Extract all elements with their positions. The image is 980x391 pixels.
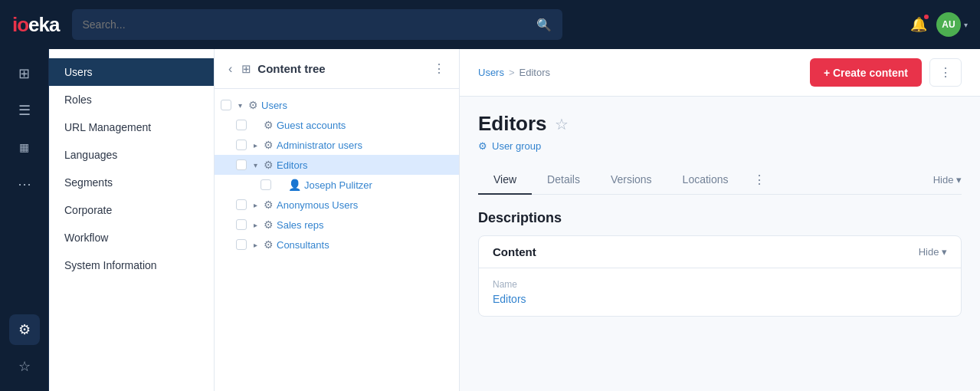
page-title: Editors — [478, 112, 547, 136]
tree-node-icon-admin: ⚙ — [264, 139, 274, 151]
tree-label-admin: Administrator users — [277, 140, 453, 151]
tree-label-editors: Editors — [277, 159, 453, 171]
tree-expand-users[interactable]: ▾ — [234, 101, 245, 110]
tab-view[interactable]: View — [478, 166, 532, 195]
tree-item-users[interactable]: ▾ ⚙ Users — [215, 95, 459, 115]
sidebar-icon-chart[interactable]: ▦ — [9, 132, 40, 163]
tree-item-consultants[interactable]: ▸ ⚙ Consultants — [215, 235, 459, 255]
avatar: AU — [936, 12, 961, 37]
more-actions-button[interactable]: ⋮ — [929, 58, 962, 87]
icon-sidebar: ⊞ ☰ ▦ ⋯ ⚙ ☆ — [0, 49, 49, 391]
sidebar-item-languages[interactable]: Languages — [49, 141, 214, 169]
tab-hide-button[interactable]: Hide ▾ — [933, 174, 962, 186]
tree-expand-admin[interactable]: ▸ — [250, 141, 261, 150]
tab-versions[interactable]: Versions — [595, 166, 667, 195]
tree-expand-editors[interactable]: ▾ — [250, 161, 261, 169]
tab-details[interactable]: Details — [532, 166, 595, 195]
page-title-row: Editors ☆ — [478, 112, 962, 136]
sidebar-item-corporate[interactable]: Corporate — [49, 196, 214, 224]
tree-item-sales-reps[interactable]: ▸ ⚙ Sales reps — [215, 215, 459, 235]
tree-item-admin-users[interactable]: ▸ ⚙ Administrator users — [215, 135, 459, 155]
search-bar: 🔍 — [72, 9, 562, 40]
sidebar-item-users[interactable]: Users — [49, 58, 214, 86]
tree-collapse-button[interactable]: ‹ — [225, 59, 235, 79]
tree-checkbox-users[interactable] — [221, 100, 231, 110]
tree-node-icon-editors: ⚙ — [264, 159, 274, 171]
name-field-value: Editors — [493, 293, 947, 305]
tree-expand-guest: ▸ — [250, 121, 261, 130]
main-layout: ⊞ ☰ ▦ ⋯ ⚙ ☆ Users Roles URL Management L… — [0, 49, 980, 391]
tab-more-button[interactable]: ⋮ — [747, 166, 772, 193]
tree-label-anonymous: Anonymous Users — [277, 199, 453, 211]
tree-checkbox-joseph[interactable] — [261, 179, 271, 190]
tree-item-joseph-pulitzer[interactable]: ▸ 👤 Joseph Pulitzer — [215, 175, 459, 195]
descriptions-title: Descriptions — [478, 210, 962, 226]
tree-label-guest: Guest accounts — [277, 120, 453, 131]
tabs: View Details Versions Locations ⋮ Hide ▾ — [478, 166, 962, 195]
sidebar-item-segments[interactable]: Segments — [49, 169, 214, 196]
page-subtitle: ⚙ User group — [478, 140, 962, 152]
sidebar-icon-star[interactable]: ☆ — [9, 351, 40, 382]
tree-checkbox-consultants[interactable] — [236, 239, 247, 250]
star-button[interactable]: ☆ — [555, 115, 569, 133]
sidebar-item-system-information[interactable]: System Information — [49, 251, 214, 279]
nav-sidebar: Users Roles URL Management Languages Seg… — [49, 49, 215, 391]
notification-badge — [923, 13, 930, 21]
name-field-label: Name — [493, 279, 947, 290]
description-card: Content Hide ▾ Name Editors — [478, 235, 962, 317]
tree-label-users: Users — [261, 100, 453, 111]
search-input[interactable] — [83, 18, 529, 31]
description-card-header: Content Hide ▾ — [479, 236, 961, 268]
content-topbar: Users > Editors + Create content ⋮ — [460, 49, 980, 97]
tree-item-guest-accounts[interactable]: ▸ ⚙ Guest accounts — [215, 115, 459, 135]
subtitle-icon: ⚙ — [478, 140, 487, 152]
tree-panel: ‹ ⊞ Content tree ⋮ ▾ ⚙ Users ▸ ⚙ Guest a… — [215, 49, 460, 391]
breadcrumb: Users > Editors — [478, 67, 550, 78]
content-actions: + Create content ⋮ — [810, 58, 962, 87]
logo-io: io — [12, 13, 28, 36]
logo-eka: eka — [28, 13, 59, 36]
topbar-right: 🔔 AU ▾ — [910, 12, 968, 37]
tree-checkbox-admin[interactable] — [236, 140, 247, 150]
tree-panel-icon: ⊞ — [241, 62, 251, 76]
tree-label-sales: Sales reps — [277, 219, 453, 231]
avatar-wrapper[interactable]: AU ▾ — [936, 12, 968, 37]
tree-expand-joseph: ▸ — [274, 181, 285, 189]
sidebar-icon-settings[interactable]: ⚙ — [9, 314, 40, 345]
create-content-button[interactable]: + Create content — [810, 58, 922, 87]
tree-checkbox-editors[interactable] — [236, 159, 247, 170]
content-body: Editors ☆ ⚙ User group View Details Vers… — [460, 97, 980, 391]
tree-node-icon-joseph: 👤 — [288, 179, 301, 191]
tree-node-icon-consultants: ⚙ — [264, 238, 274, 251]
tree-checkbox-anonymous[interactable] — [236, 199, 247, 210]
sidebar-icon-more[interactable]: ⋯ — [9, 169, 40, 199]
sidebar-icon-list[interactable]: ☰ — [9, 95, 40, 126]
tree-expand-anonymous[interactable]: ▸ — [250, 201, 261, 209]
tree-expand-consultants[interactable]: ▸ — [250, 241, 261, 249]
breadcrumb-users-link[interactable]: Users — [478, 67, 504, 78]
sidebar-item-roles[interactable]: Roles — [49, 86, 214, 113]
tree-node-icon-sales: ⚙ — [264, 219, 274, 231]
tree-expand-sales[interactable]: ▸ — [250, 221, 261, 229]
tree-header: ‹ ⊞ Content tree ⋮ — [215, 49, 459, 89]
breadcrumb-current: Editors — [519, 67, 550, 78]
tree-label-joseph: Joseph Pulitzer — [304, 179, 453, 191]
sidebar-icon-grid[interactable]: ⊞ — [9, 58, 40, 89]
tree-checkbox-guest[interactable] — [236, 120, 247, 130]
tree-item-anonymous-users[interactable]: ▸ ⚙ Anonymous Users — [215, 195, 459, 215]
sidebar-item-workflow[interactable]: Workflow — [49, 224, 214, 251]
tree-node-icon-anonymous: ⚙ — [264, 199, 274, 211]
notification-button[interactable]: 🔔 — [910, 16, 927, 33]
tree-more-button[interactable]: ⋮ — [430, 58, 448, 79]
search-icon: 🔍 — [536, 18, 552, 32]
sidebar-item-url-management[interactable]: URL Management — [49, 113, 214, 141]
tree-item-editors[interactable]: ▾ ⚙ Editors — [215, 155, 459, 175]
tab-locations[interactable]: Locations — [667, 166, 744, 195]
tree-body: ▾ ⚙ Users ▸ ⚙ Guest accounts ▸ ⚙ Adminis… — [215, 89, 459, 391]
description-card-body: Name Editors — [479, 268, 961, 316]
tree-panel-title: Content tree — [257, 62, 424, 75]
tree-label-consultants: Consultants — [277, 239, 453, 251]
tree-node-icon-guest: ⚙ — [264, 119, 274, 131]
description-hide-button[interactable]: Hide ▾ — [919, 246, 947, 258]
tree-checkbox-sales[interactable] — [236, 219, 247, 230]
